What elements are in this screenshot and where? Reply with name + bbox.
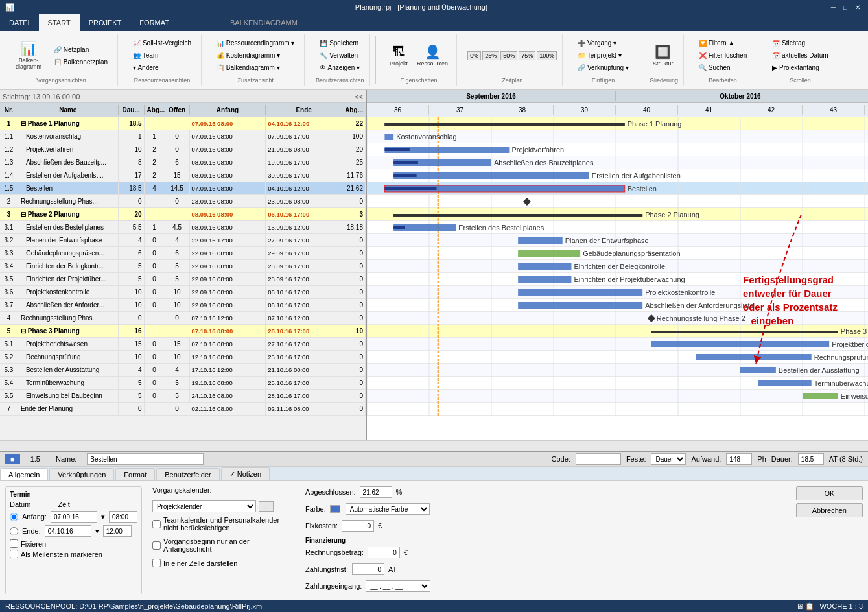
gantt-row[interactable]: 3 ⊟ Phase 2 Planung 20 08.09.16 08:00 06… — [0, 208, 366, 221]
btn-suchen[interactable]: 🔍 Suchen — [694, 62, 751, 73]
btn-netzplan[interactable]: 🔗 Netzplan — [49, 44, 112, 55]
gantt-row[interactable]: 3.2 Planen der Entwurfsphase 4 0 4 22.09… — [0, 234, 366, 247]
btn-filter-loeschen[interactable]: ❌ Filter löschen — [694, 50, 751, 61]
gantt-row[interactable]: 1 ⊟ Phase 1 Planung 18.5 07.09.16 08:00 … — [0, 117, 366, 130]
rechnungsbetrag-input[interactable] — [368, 547, 400, 558]
gantt-row[interactable]: 5 ⊟ Phase 3 Planung 16 07.10.16 08:00 28… — [0, 325, 366, 338]
btn-team[interactable]: 👥 Team — [128, 50, 196, 61]
tab-notizen[interactable]: ✓ Notizen — [221, 467, 270, 480]
vorgangsbeginn-checkbox[interactable] — [152, 541, 161, 550]
dauer-input[interactable] — [798, 453, 824, 465]
feste-select[interactable]: Dauer — [651, 453, 686, 465]
close-btn[interactable]: ✕ — [852, 4, 863, 11]
kalender-input-row: Projektkalender ... — [152, 500, 295, 512]
btn-verknuepfung[interactable]: 🔗 Verknüpfung ▾ — [573, 62, 633, 73]
zelle-checkbox[interactable] — [152, 559, 161, 567]
btn-balkennetzplan[interactable]: 📋 Balkennetzplan — [49, 56, 112, 67]
tab-format[interactable]: Format — [115, 468, 155, 480]
fixieren-checkbox[interactable] — [10, 539, 18, 548]
tab-projekt[interactable]: PROJEKT — [80, 14, 131, 31]
anfang-radio[interactable] — [10, 513, 18, 521]
btn-anzeigen[interactable]: 👁 Anzeigen ▾ — [315, 62, 364, 73]
btn-aktuelles-datum[interactable]: 📅 aktuelles Datum — [768, 50, 832, 61]
btn-zoom-100[interactable]: 100% — [537, 51, 557, 60]
gantt-row[interactable]: 2 Rechnungsstellung Phas... 0 0 23.09.16… — [0, 195, 366, 208]
week-44: 44 — [865, 105, 868, 115]
btn-zoom-25[interactable]: 25% — [482, 51, 499, 60]
zahlungsfrist-input[interactable] — [352, 563, 384, 575]
gantt-row[interactable]: 7 Ende der Planung 0 0 02.11.16 08:00 02… — [0, 403, 366, 416]
ende-datum[interactable] — [45, 525, 91, 537]
gantt-row[interactable]: 5.5 Einweisung bei Baubeginn 5 0 5 24.10… — [0, 390, 366, 403]
svg-text:Rechnungsstellung Phase 2: Rechnungsstellung Phase 2 — [657, 314, 745, 322]
tab-format[interactable]: FORMAT — [130, 14, 178, 31]
btn-kostendiagramm[interactable]: 💰 Kostendiagramm ▾ — [212, 50, 299, 61]
zahlungseingang-select[interactable]: __ . __ . __ — [366, 580, 430, 592]
kalender-select[interactable]: Projektkalender — [152, 500, 256, 512]
ende-dropdown[interactable]: ▾ — [95, 527, 99, 536]
code-input[interactable] — [576, 453, 621, 465]
btn-verwalten[interactable]: 🔧 Verwalten — [315, 50, 364, 61]
gantt-row[interactable]: 5.2 Rechnungsprüfung 10 0 10 12.10.16 08… — [0, 351, 366, 364]
btn-projektanfang[interactable]: ▶ Projektanfang — [768, 62, 832, 73]
aufwand-input[interactable] — [726, 453, 752, 465]
gantt-row[interactable]: 1.1 Kostenvoranschlag 1 1 0 07.09.16 08:… — [0, 130, 366, 143]
btn-struktur[interactable]: 🔲 Struktur — [650, 42, 677, 69]
tab-start[interactable]: START — [39, 14, 80, 31]
svg-text:Erstellen des Bestellplanes: Erstellen des Bestellplanes — [458, 224, 545, 231]
gantt-row[interactable]: 1.5 Bestellen 18.5 4 14.5 07.09.16 08:00… — [0, 182, 366, 195]
btn-stichtag[interactable]: 📅 Stichtag — [768, 38, 832, 49]
gantt-row[interactable]: 1.2 Projektverfahren 10 2 0 07.09.16 08:… — [0, 143, 366, 156]
btn-speichern[interactable]: 💾 Speichern — [315, 38, 364, 49]
btn-andere[interactable]: ▾ Andere — [128, 62, 196, 73]
tab-allgemein[interactable]: Allgemein — [0, 468, 48, 480]
meilenstein-checkbox[interactable] — [10, 550, 18, 558]
anfang-dropdown[interactable]: ▾ — [101, 513, 105, 521]
gantt-row[interactable]: 3.4 Einrichten der Belegkontr... 5 0 5 2… — [0, 260, 366, 273]
btn-projekt[interactable]: 🏗 Projekt — [386, 43, 411, 69]
btn-zoom-50[interactable]: 50% — [500, 51, 517, 60]
gantt-row[interactable]: 5.1 Projektberichtswesen 15 0 15 07.10.1… — [0, 338, 366, 351]
minimize-btn[interactable]: ─ — [828, 4, 838, 11]
btn-filtern[interactable]: 🔽 Filtern ▲ — [694, 38, 751, 49]
btn-ressourcen[interactable]: 👤 Ressourcen — [414, 42, 451, 69]
gantt-row[interactable]: 5.4 Terminüberwachung 5 0 5 19.10.16 08:… — [0, 377, 366, 390]
gantt-row[interactable]: 3.3 Gebäudeplanungspräsen... 6 0 6 22.09… — [0, 247, 366, 260]
abgeschlossen-input[interactable] — [360, 486, 392, 498]
gantt-row[interactable]: 1.3 Abschließen des Bauzeitp... 8 2 6 08… — [0, 156, 366, 169]
ende-radio[interactable] — [10, 527, 18, 536]
ok-button[interactable]: OK — [796, 486, 863, 500]
ende-zeit[interactable] — [103, 525, 132, 537]
gantt-row[interactable]: 3.7 Abschließen der Anforder... 10 0 10 … — [0, 299, 366, 312]
tab-datei[interactable]: DATEI — [0, 14, 39, 31]
btn-zoom-0[interactable]: 0% — [467, 51, 481, 60]
tab-verknuepfungen[interactable]: Verknüpfungen — [49, 468, 114, 480]
fixkosten-input[interactable] — [342, 520, 374, 532]
btn-zoom-75[interactable]: 75% — [519, 51, 535, 60]
abbrechen-button[interactable]: Abbrechen — [796, 503, 863, 517]
collapse-btn[interactable]: << — [355, 93, 363, 100]
gantt-row[interactable]: 3.5 Einrichten der Projektüber... 5 0 5 … — [0, 273, 366, 286]
anfang-zeit[interactable] — [109, 511, 137, 523]
benutzer-items: 💾 Speichern 🔧 Verwalten 👁 Anzeigen ▾ — [315, 35, 364, 76]
tab-benutzerfelder[interactable]: Benutzerfelder — [156, 468, 220, 480]
teamkalender-checkbox[interactable] — [152, 520, 161, 528]
gantt-row[interactable]: 3.1 Erstellen des Bestellplanes 5.5 1 4.… — [0, 221, 366, 234]
gantt-row[interactable]: 4 Rechnungsstellung Phas... 0 0 07.10.16… — [0, 312, 366, 325]
gantt-scrollbar[interactable] — [0, 440, 868, 451]
btn-balkendiagramm2[interactable]: 📋 Balkendiagramm ▾ — [212, 62, 299, 73]
gantt-row[interactable]: 5.3 Bestellen der Ausstattung 4 0 4 17.1… — [0, 364, 366, 377]
kalender-browse-btn[interactable]: ... — [259, 501, 274, 512]
btn-vorgang[interactable]: ➕ Vorgang ▾ — [573, 38, 633, 49]
gantt-rows[interactable]: 1 ⊟ Phase 1 Planung 18.5 07.09.16 08:00 … — [0, 117, 366, 440]
bottom-name-input[interactable] — [87, 453, 204, 465]
btn-teilprojekt[interactable]: 📁 Teilprojekt ▾ — [573, 50, 633, 61]
gantt-row[interactable]: 3.6 Projektkostenkontrolle 10 0 10 22.09… — [0, 286, 366, 299]
farbe-select[interactable]: Automatische Farbe — [346, 503, 430, 515]
btn-ressourcendiagramm[interactable]: 📊 Ressourcendiagramm ▾ — [212, 38, 299, 49]
maximize-btn[interactable]: □ — [841, 4, 850, 11]
gantt-row[interactable]: 1.4 Erstellen der Aufgabenlst... 17 2 15… — [0, 169, 366, 182]
btn-soll-ist[interactable]: 📈 Soll-Ist-Vergleich — [128, 38, 196, 49]
btn-balkendiagramm[interactable]: 📊 Balken-diagramm — [10, 39, 47, 72]
anfang-datum[interactable] — [51, 511, 97, 523]
